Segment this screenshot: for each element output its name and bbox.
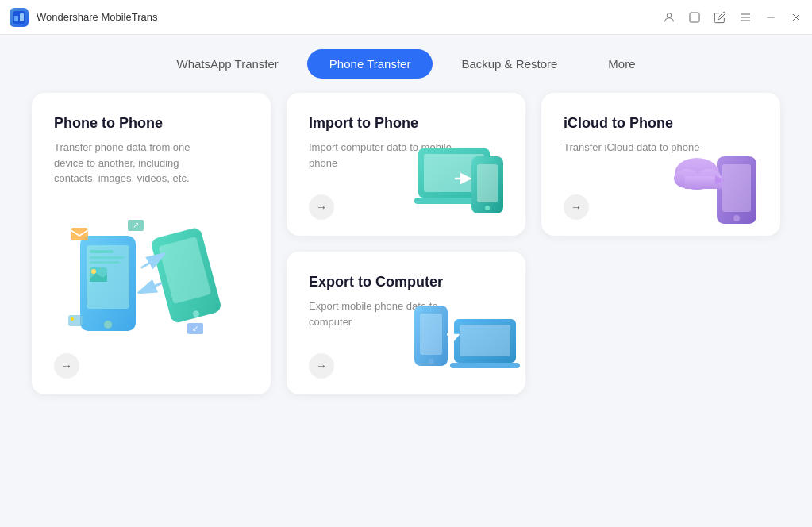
- svg-text:↙: ↙: [192, 324, 198, 333]
- svg-rect-47: [460, 325, 510, 356]
- tab-phone-transfer[interactable]: Phone Transfer: [307, 49, 433, 79]
- icloud-illustration: [669, 133, 772, 228]
- card-arrow-icloud[interactable]: →: [564, 194, 589, 220]
- svg-point-25: [71, 317, 74, 321]
- svg-point-13: [104, 321, 112, 329]
- svg-point-35: [485, 206, 490, 210]
- tab-whatsapp-transfer[interactable]: WhatsApp Transfer: [154, 49, 300, 79]
- svg-point-3: [667, 13, 671, 17]
- menu-icon[interactable]: [739, 11, 752, 24]
- card-arrow-phone-to-phone[interactable]: →: [54, 353, 79, 379]
- edit-icon[interactable]: [714, 11, 726, 24]
- tab-more[interactable]: More: [586, 49, 657, 79]
- card-import-to-phone[interactable]: Import to Phone Import computer data to …: [287, 93, 525, 236]
- svg-rect-16: [90, 261, 120, 264]
- svg-point-45: [429, 359, 434, 364]
- window-icon[interactable]: [688, 11, 701, 24]
- card-title-phone-to-phone: Phone to Phone: [54, 115, 248, 132]
- card-arrow-import[interactable]: →: [309, 194, 334, 220]
- svg-text:↗: ↗: [133, 221, 139, 229]
- app-title: Wondershare MobileTrans: [37, 11, 157, 23]
- svg-rect-24: [68, 315, 83, 326]
- card-icloud-to-phone[interactable]: iCloud to Phone Transfer iCloud data to …: [541, 93, 780, 236]
- svg-rect-14: [90, 250, 114, 253]
- svg-rect-23: [71, 228, 88, 240]
- card-title-import: Import to Phone: [309, 115, 503, 132]
- svg-rect-44: [420, 314, 442, 355]
- svg-rect-15: [90, 256, 125, 259]
- titlebar: Wondershare MobileTrans: [0, 0, 812, 35]
- svg-point-38: [733, 215, 740, 221]
- card-export-to-computer[interactable]: Export to Computer Export mobile phone d…: [287, 252, 525, 394]
- svg-rect-1: [14, 16, 18, 21]
- import-illustration: [414, 133, 518, 228]
- profile-icon[interactable]: [663, 11, 675, 24]
- nav-bar: WhatsApp Transfer Phone Transfer Backup …: [0, 35, 812, 93]
- close-icon[interactable]: [790, 11, 802, 24]
- app-icon: [10, 8, 29, 27]
- svg-rect-42: [685, 176, 722, 189]
- svg-rect-2: [20, 13, 24, 21]
- export-illustration: [406, 291, 518, 387]
- card-arrow-export[interactable]: →: [309, 353, 334, 379]
- card-desc-phone-to-phone: Transfer phone data from one device to a…: [54, 140, 197, 187]
- svg-rect-4: [690, 13, 699, 22]
- card-title-icloud: iCloud to Phone: [564, 115, 758, 132]
- svg-rect-48: [450, 363, 520, 368]
- titlebar-left: Wondershare MobileTrans: [10, 8, 157, 27]
- svg-point-18: [91, 269, 96, 274]
- main-content: Phone to Phone Transfer phone data from …: [0, 93, 812, 410]
- phone-to-phone-illustration: ↗ ↙: [64, 212, 239, 355]
- minimize-icon[interactable]: [764, 11, 777, 24]
- card-title-export: Export to Computer: [309, 274, 503, 290]
- card-phone-to-phone[interactable]: Phone to Phone Transfer phone data from …: [32, 93, 271, 394]
- svg-rect-37: [722, 164, 751, 212]
- titlebar-controls: [663, 11, 802, 24]
- svg-rect-34: [477, 164, 498, 202]
- tab-backup-restore[interactable]: Backup & Restore: [439, 49, 579, 79]
